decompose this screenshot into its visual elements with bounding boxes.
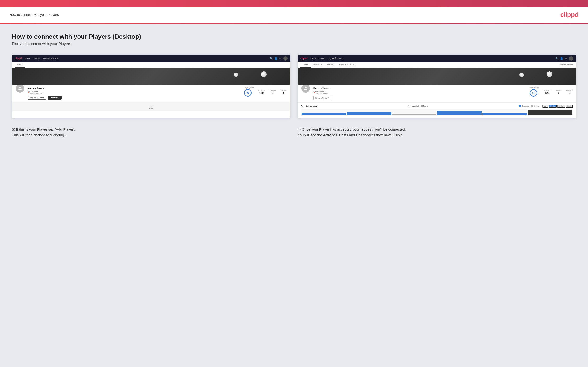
add-player-btn[interactable]: Add Player + <box>48 96 62 100</box>
player-name-right: Marcus Turner <box>313 87 527 90</box>
nav-avatar-left <box>283 56 288 61</box>
time-btn-6mths[interactable]: 6 mths <box>549 105 557 108</box>
country-left: 📍 United Kingdom <box>28 92 241 94</box>
bar-2 <box>347 112 391 116</box>
quality-circle-left: 92 <box>244 89 252 97</box>
remove-player-btn[interactable]: Remove Player ✕ <box>313 96 331 100</box>
mock-app-left: clippd Home Teams My Performance 🔍 👤 ⚙ P… <box>12 55 290 111</box>
activity-title: Activity Summary <box>301 105 317 107</box>
mock-app-right: clippd Home Teams My Performance 🔍 👤 ⚙ P… <box>298 55 576 118</box>
hero-ball-right-2 <box>519 73 524 77</box>
action-buttons-left: Request to Follow Add Player + <box>28 96 241 100</box>
avatar-right <box>301 83 311 93</box>
time-btn-3mths[interactable]: 3 mths <box>557 105 565 108</box>
bar-4 <box>437 111 482 116</box>
time-buttons: 1 yr 6 mths 3 mths 1 mth <box>542 105 573 108</box>
user-icon-left: 👤 <box>275 57 277 60</box>
screenshot-right: clippd Home Teams My Performance 🔍 👤 ⚙ P… <box>298 55 576 118</box>
mock-activity-right: Activity Summary Monthly Activity · 6 Mo… <box>298 102 576 118</box>
handicap-left: 1-5 Handicap <box>28 90 241 92</box>
header-title: How to connect with your Players <box>9 13 59 17</box>
tab-profile-left[interactable]: Profile <box>15 62 25 68</box>
time-btn-1mth[interactable]: 1 mth <box>566 105 573 108</box>
legend: On course Off course <box>519 105 540 107</box>
icon-area-left <box>12 102 290 111</box>
mock-nav-performance-left: My Performance <box>43 57 58 60</box>
header: How to connect with your Players clippd <box>0 7 588 23</box>
hero-ball-2 <box>234 73 238 77</box>
activity-period: Monthly Activity · 6 Months <box>408 105 428 107</box>
nav-avatar-right <box>569 56 573 61</box>
activity-chart <box>301 109 573 116</box>
request-follow-btn[interactable]: Request to Follow <box>28 96 46 100</box>
tab-what-to-work-on-right[interactable]: What To Work On <box>337 62 356 68</box>
mock-nav-performance-right: My Performance <box>329 57 344 60</box>
description-right: 4) Once your Player has accepted your re… <box>298 127 576 138</box>
footer: Copyright Clippd 2022 <box>0 362 588 367</box>
mock-tabs-right: Profile Dashboard Activities What To Wor… <box>298 62 576 68</box>
handicap-right: 1-5 Handicap <box>313 90 527 92</box>
bar-6 <box>527 110 572 116</box>
mock-profile-left: Marcus Turner 1-5 Handicap 📍 United King… <box>12 84 290 102</box>
descriptions-row: 3) If this is your Player tap, 'Add Play… <box>12 127 576 138</box>
bar-3 <box>392 114 436 116</box>
bar-5 <box>482 113 527 116</box>
mock-hero-right <box>298 68 576 84</box>
screenshots-row: clippd Home Teams My Performance 🔍 👤 ⚙ P… <box>12 55 576 118</box>
tab-dashboard-right[interactable]: Dashboard <box>311 62 325 68</box>
remove-x-icon: ✕ <box>328 97 329 99</box>
mock-profile-right: Marcus Turner 1-5 Handicap 📍 United King… <box>298 84 576 102</box>
svg-point-0 <box>19 87 21 88</box>
clippd-logo: clippd <box>560 11 579 18</box>
quality-circle-right: 92 <box>530 89 537 97</box>
top-bar <box>0 0 588 7</box>
search-icon-left: 🔍 <box>270 57 273 60</box>
search-icon-right: 🔍 <box>555 57 558 60</box>
description-left: 3) If this is your Player tap, 'Add Play… <box>12 127 290 138</box>
page-title: How to connect with your Players (Deskto… <box>12 33 576 40</box>
mock-navbar-left: clippd Home Teams My Performance 🔍 👤 ⚙ <box>12 55 290 62</box>
time-btn-1yr[interactable]: 1 yr <box>542 105 548 108</box>
mock-logo-right: clippd <box>300 57 307 60</box>
settings-icon-right: ⚙ <box>565 57 567 60</box>
tab-activities-right[interactable]: Activities <box>325 62 337 68</box>
bar-1 <box>302 113 346 116</box>
action-buttons-right: Remove Player ✕ <box>313 96 527 100</box>
user-icon-right: 👤 <box>560 57 563 60</box>
mock-nav-home-left: Home <box>25 57 30 60</box>
settings-icon-left: ⚙ <box>279 57 281 60</box>
hero-ball-right-1 <box>547 72 552 77</box>
country-right: 📍 United Kingdom <box>313 92 527 94</box>
mock-nav-teams-left: Teams <box>34 57 40 60</box>
hero-ball-1 <box>261 72 267 77</box>
mock-tabs-left: Profile <box>12 62 290 68</box>
legend-on-course: On course <box>519 105 529 107</box>
player-dropdown-right[interactable]: Marcus Turner ▾ <box>560 62 573 68</box>
stats-row-left: Player Quality 92 Activities 129 Followe… <box>244 87 287 97</box>
avatar-left <box>15 83 25 93</box>
mock-logo-left: clippd <box>15 57 22 60</box>
player-name-left: Marcus Turner <box>28 87 241 90</box>
mock-hero-left <box>12 68 290 84</box>
tab-profile-right[interactable]: Profile <box>300 62 311 68</box>
mock-nav-teams-right: Teams <box>320 57 325 60</box>
mock-navbar-right: clippd Home Teams My Performance 🔍 👤 ⚙ <box>298 55 576 62</box>
mock-nav-home-right: Home <box>311 57 316 60</box>
svg-point-1 <box>305 87 306 88</box>
screenshot-left: clippd Home Teams My Performance 🔍 👤 ⚙ P… <box>12 55 290 118</box>
main-content: How to connect with your Players (Deskto… <box>0 24 588 362</box>
page-subtitle: Find and connect with your Players <box>12 42 576 46</box>
stats-row-right: Player Quality 92 Activities 129 Followe… <box>530 87 573 97</box>
legend-off-course: Off course <box>531 105 540 107</box>
